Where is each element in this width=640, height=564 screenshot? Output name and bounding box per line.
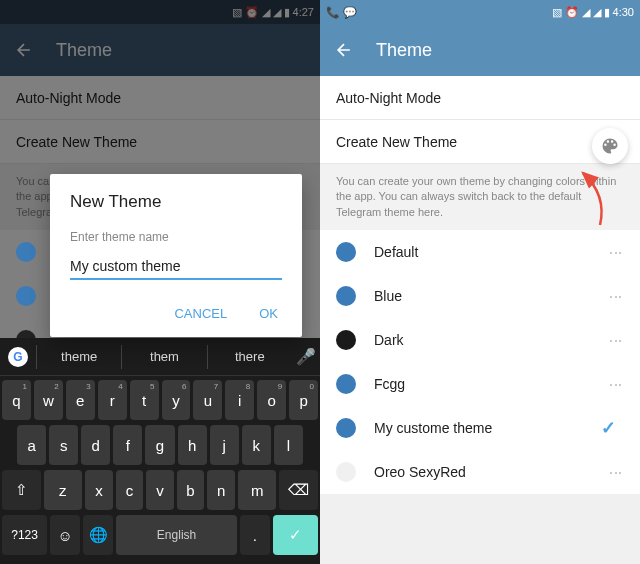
palette-icon <box>600 136 620 156</box>
theme-color-dot <box>336 418 356 438</box>
auto-night-mode[interactable]: Auto-Night Mode <box>320 76 640 120</box>
key-l[interactable]: l <box>274 425 303 465</box>
enter-key[interactable]: ✓ <box>273 515 318 555</box>
more-icon[interactable]: ⋮ <box>608 466 624 478</box>
dialog-title: New Theme <box>70 192 282 212</box>
more-icon[interactable]: ⋮ <box>608 290 624 302</box>
key-t[interactable]: t5 <box>130 380 159 420</box>
key-i[interactable]: i8 <box>225 380 254 420</box>
emoji-key[interactable]: ☺ <box>50 515 80 555</box>
theme-name-input[interactable] <box>70 254 282 280</box>
key-f[interactable]: f <box>113 425 142 465</box>
signal-icon: ◢ <box>582 6 590 19</box>
new-theme-dialog: New Theme Enter theme name CANCEL OK <box>50 174 302 337</box>
theme-color-dot <box>336 330 356 350</box>
suggestion[interactable]: them <box>121 345 206 369</box>
more-icon[interactable]: ⋮ <box>608 246 624 258</box>
key-v[interactable]: v <box>146 470 174 510</box>
theme-row[interactable]: Default⋮ <box>320 230 640 274</box>
theme-color-dot <box>16 242 36 262</box>
key-a[interactable]: a <box>17 425 46 465</box>
status-bar: 📞 💬 ▧ ⏰ ◢ ◢ ▮ 4:30 <box>320 0 640 24</box>
key-o[interactable]: o9 <box>257 380 286 420</box>
status-icon: ▧ <box>552 6 562 19</box>
key-e[interactable]: e3 <box>66 380 95 420</box>
backspace-key[interactable]: ⌫ <box>279 470 318 510</box>
key-h[interactable]: h <box>178 425 207 465</box>
cancel-button[interactable]: CANCEL <box>170 300 231 327</box>
theme-row[interactable]: Oreo SexyRed⋮ <box>320 450 640 494</box>
key-q[interactable]: q1 <box>2 380 31 420</box>
whatsapp-icon: 💬 <box>343 6 357 19</box>
shift-key[interactable]: ⇧ <box>2 470 41 510</box>
theme-name: Dark <box>374 332 608 348</box>
palette-fab[interactable] <box>592 128 628 164</box>
key-g[interactable]: g <box>145 425 174 465</box>
battery-icon: ▮ <box>604 6 610 19</box>
key-d[interactable]: d <box>81 425 110 465</box>
theme-row[interactable]: My custome theme✓ <box>320 406 640 450</box>
theme-name: My custome theme <box>374 420 601 436</box>
globe-key[interactable]: 🌐 <box>83 515 113 555</box>
app-header: Theme <box>320 24 640 76</box>
key-x[interactable]: x <box>85 470 113 510</box>
theme-name: Default <box>374 244 608 260</box>
more-icon[interactable]: ⋮ <box>608 378 624 390</box>
symbols-key[interactable]: ?123 <box>2 515 47 555</box>
mic-icon[interactable]: 🎤 <box>292 347 320 366</box>
page-title: Theme <box>376 40 432 61</box>
theme-color-dot <box>336 374 356 394</box>
theme-name: Blue <box>374 288 608 304</box>
check-icon: ✓ <box>601 417 616 439</box>
google-icon[interactable]: G <box>8 347 28 367</box>
period-key[interactable]: . <box>240 515 270 555</box>
status-time: 4:30 <box>613 6 634 18</box>
key-b[interactable]: b <box>177 470 205 510</box>
back-button[interactable] <box>332 38 356 62</box>
key-c[interactable]: c <box>116 470 144 510</box>
theme-color-dot <box>16 286 36 306</box>
theme-color-dot <box>336 242 356 262</box>
key-z[interactable]: z <box>44 470 83 510</box>
key-n[interactable]: n <box>207 470 235 510</box>
theme-name: Fcgg <box>374 376 608 392</box>
theme-row[interactable]: Dark⋮ <box>320 318 640 362</box>
alarm-icon: ⏰ <box>565 6 579 19</box>
key-k[interactable]: k <box>242 425 271 465</box>
keyboard[interactable]: G theme them there 🎤 q1w2e3r4t5y6u7i8o9p… <box>0 338 320 564</box>
theme-color-dot <box>336 462 356 482</box>
theme-color-dot <box>336 286 356 306</box>
key-y[interactable]: y6 <box>162 380 191 420</box>
space-key[interactable]: English <box>116 515 236 555</box>
more-icon[interactable]: ⋮ <box>608 334 624 346</box>
theme-row[interactable]: Blue⋮ <box>320 274 640 318</box>
theme-row[interactable]: Fcgg⋮ <box>320 362 640 406</box>
dialog-label: Enter theme name <box>70 230 282 244</box>
key-s[interactable]: s <box>49 425 78 465</box>
theme-name: Oreo SexyRed <box>374 464 608 480</box>
phone-icon: 📞 <box>326 6 340 19</box>
signal-icon: ◢ <box>593 6 601 19</box>
key-j[interactable]: j <box>210 425 239 465</box>
key-p[interactable]: p0 <box>289 380 318 420</box>
key-r[interactable]: r4 <box>98 380 127 420</box>
ok-button[interactable]: OK <box>255 300 282 327</box>
key-u[interactable]: u7 <box>193 380 222 420</box>
suggestion[interactable]: theme <box>36 345 121 369</box>
suggestion[interactable]: there <box>207 345 292 369</box>
info-text: You can create your own theme by changin… <box>320 164 640 230</box>
key-m[interactable]: m <box>238 470 277 510</box>
key-w[interactable]: w2 <box>34 380 63 420</box>
